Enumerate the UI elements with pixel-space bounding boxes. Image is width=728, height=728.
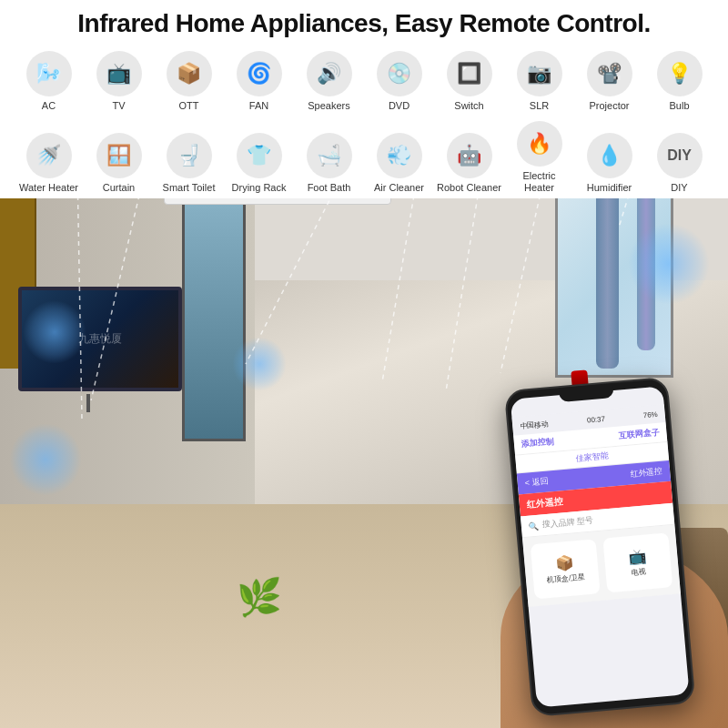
appliance-item-smart-toilet[interactable]: 🚽Smart Toilet (157, 133, 222, 194)
appliance-item-ac[interactable]: 🌬️AC (16, 51, 82, 112)
foot-bath-icon: 🛁 (307, 133, 352, 178)
diy-label: DIY (671, 182, 687, 194)
appliance-item-dvd[interactable]: 💿DVD (367, 51, 432, 112)
slr-label: SLR (530, 100, 549, 112)
phone-search-placeholder: 搜入品牌 型号 (541, 514, 593, 531)
phone-device-grid: 📦 机顶盒/卫星 📺 电视 (522, 525, 681, 607)
phone-back-button[interactable]: < 返回 (524, 476, 549, 490)
device2-icon: 📺 (627, 548, 647, 567)
appliance-item-curtain[interactable]: 🪟Curtain (86, 133, 152, 194)
appliance-item-robot-cleaner[interactable]: 🤖Robot Cleaner (437, 133, 502, 194)
appliance-item-drying-rack[interactable]: 👕Drying Rack (227, 133, 292, 194)
humidifier-icon: 💧 (587, 133, 632, 178)
appliance-item-humidifier[interactable]: 💧Humidifier (577, 133, 642, 194)
slr-icon: 📷 (517, 51, 562, 96)
switch-icon: 🔲 (447, 51, 492, 96)
appliance-item-diy[interactable]: DIYDIY (647, 133, 713, 194)
door-frame (182, 187, 246, 441)
appliance-item-electric-heater[interactable]: 🔥Electric Heater (507, 121, 572, 194)
curtain-icon: 🪟 (96, 133, 142, 178)
smart-toilet-icon: 🚽 (167, 133, 212, 178)
phone-time: 00:37 (587, 414, 606, 424)
appliance-item-water-heater[interactable]: 🚿Water Heater (16, 133, 82, 194)
tv-icon: 📺 (96, 51, 142, 96)
top-section: Infrared Home Appliances, Easy Remote Co… (0, 0, 728, 198)
air-cleaner-icon: 💨 (377, 133, 422, 178)
appliance-item-tv[interactable]: 📺TV (86, 51, 152, 112)
phone-add-control[interactable]: 添加控制 (521, 436, 554, 450)
curtain-label: Curtain (103, 182, 135, 194)
appliances-row-1: 🌬️AC📺TV📦OTT🌀FAN🔊Speakers💿DVD🔲Switch📷SLR📽… (14, 47, 714, 116)
appliance-item-speakers[interactable]: 🔊Speakers (297, 51, 362, 112)
tv-stand (86, 394, 90, 412)
device2-label: 电视 (631, 567, 646, 578)
bulb-label: Bulb (669, 100, 689, 112)
humidifier-label: Humidifier (587, 182, 632, 194)
foot-bath-label: Foot Bath (308, 182, 351, 194)
appliance-item-foot-bath[interactable]: 🛁Foot Bath (297, 133, 362, 194)
plant: 🌿 (237, 576, 282, 619)
electric-heater-label: Electric Heater (507, 170, 572, 194)
appliances-row-2: 🚿Water Heater🪟Curtain🚽Smart Toilet👕Dryin… (14, 117, 714, 197)
appliance-item-projector[interactable]: 📽️Projector (577, 51, 642, 112)
phone-section-label: 红外遥控 (630, 466, 663, 480)
appliance-item-slr[interactable]: 📷SLR (507, 51, 572, 112)
electric-heater-icon: 🔥 (517, 121, 562, 167)
phone-container: 中国移动 00:37 76% 添加控制 互联网盒子 佳家智能 < 返回 红外遥控… (504, 375, 715, 728)
water-heater-label: Water Heater (19, 182, 78, 194)
dvd-label: DVD (389, 100, 410, 112)
drying-rack-label: Drying Rack (232, 182, 287, 194)
fan-icon: 🌀 (237, 51, 282, 96)
robot-cleaner-label: Robot Cleaner (437, 182, 501, 194)
fan-label: FAN (249, 100, 268, 112)
smart-toilet-label: Smart Toilet (163, 182, 216, 194)
phone-internet-box: 互联网盒子 (618, 427, 660, 442)
projector-label: Projector (589, 100, 629, 112)
water-heater-icon: 🚿 (26, 133, 72, 178)
appliance-item-bulb[interactable]: 💡Bulb (647, 51, 713, 112)
tv-screen: 九惠悦厦 (22, 290, 178, 388)
curtain-left (596, 168, 619, 369)
tv-label: TV (112, 100, 125, 112)
appliance-item-ott[interactable]: 📦OTT (157, 51, 222, 112)
appliance-item-switch[interactable]: 🔲Switch (437, 51, 502, 112)
appliance-item-fan[interactable]: 🌀FAN (227, 51, 292, 112)
dvd-icon: 💿 (377, 51, 422, 96)
phone-device-card-1[interactable]: 📦 机顶盒/卫星 (531, 539, 601, 599)
headline: Infrared Home Appliances, Easy Remote Co… (9, 9, 719, 38)
phone-screen: 中国移动 00:37 76% 添加控制 互联网盒子 佳家智能 < 返回 红外遥控… (511, 386, 690, 707)
phone-body: 中国移动 00:37 76% 添加控制 互联网盒子 佳家智能 < 返回 红外遥控… (504, 377, 696, 717)
appliance-item-air-cleaner[interactable]: 💨Air Cleaner (367, 133, 432, 194)
ac-label: AC (42, 100, 56, 112)
page-wrapper: Infrared Home Appliances, Easy Remote Co… (0, 0, 728, 728)
bulb-icon: 💡 (657, 51, 703, 96)
search-icon: 🔍 (528, 521, 539, 531)
projector-icon: 📽️ (587, 51, 632, 96)
ac-icon: 🌬️ (26, 51, 72, 96)
robot-cleaner-icon: 🤖 (447, 133, 492, 178)
device1-icon: 📦 (555, 554, 575, 573)
phone-carrier: 中国移动 (520, 419, 550, 431)
diy-icon: DIY (657, 133, 703, 178)
speakers-label: Speakers (308, 100, 349, 112)
ott-label: OTT (179, 100, 199, 112)
drying-rack-icon: 👕 (237, 133, 282, 178)
speakers-icon: 🔊 (307, 51, 352, 96)
phone-device-card-2[interactable]: 📺 电视 (602, 532, 672, 592)
device1-label: 机顶盒/卫星 (547, 571, 586, 585)
phone-battery: 76% (642, 410, 658, 419)
switch-label: Switch (454, 100, 483, 112)
air-cleaner-label: Air Cleaner (374, 182, 424, 194)
tv-on-wall: 九惠悦厦 (18, 287, 182, 391)
appliances-grid: 🌬️AC📺TV📦OTT🌀FAN🔊Speakers💿DVD🔲Switch📷SLR📽… (9, 47, 719, 198)
ott-icon: 📦 (167, 51, 212, 96)
